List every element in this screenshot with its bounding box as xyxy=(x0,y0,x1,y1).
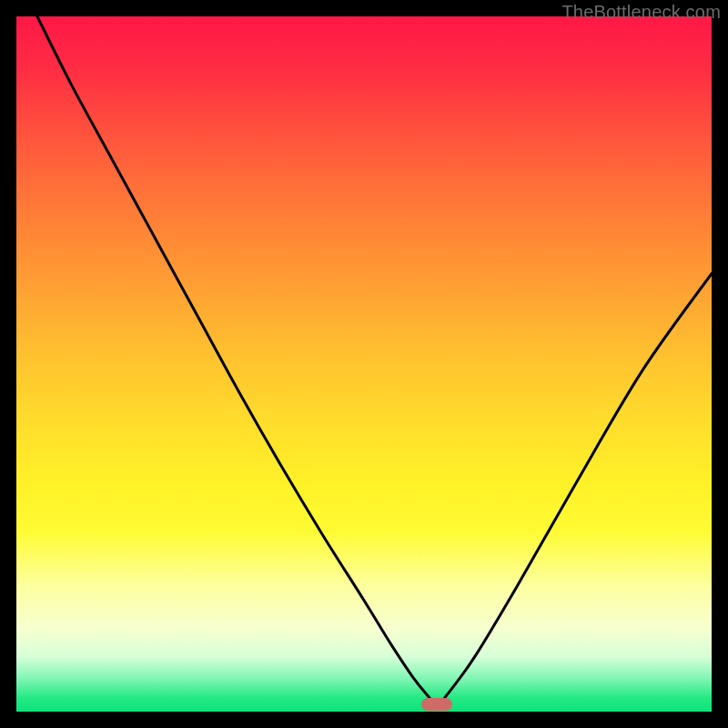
chart-frame: TheBottleneck.com xyxy=(0,0,728,728)
optimal-marker xyxy=(421,698,452,711)
plot-area xyxy=(16,16,712,712)
bottleneck-curve xyxy=(16,16,712,712)
watermark-text: TheBottleneck.com xyxy=(561,2,721,23)
